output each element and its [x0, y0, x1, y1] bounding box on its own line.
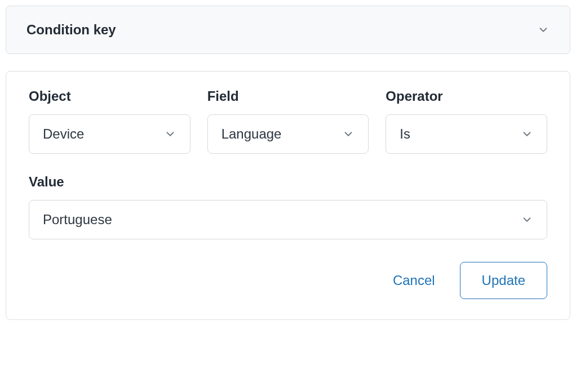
condition-key-accordion-header[interactable]: Condition key — [6, 6, 570, 54]
object-field-group: Object Device — [29, 88, 190, 154]
operator-label: Operator — [386, 88, 547, 104]
object-select[interactable]: Device — [29, 114, 190, 154]
field-field-group: Field Language — [207, 88, 369, 154]
cancel-button[interactable]: Cancel — [388, 262, 440, 299]
chevron-down-icon — [521, 213, 533, 226]
chevron-down-icon — [521, 128, 533, 140]
value-label: Value — [29, 174, 547, 190]
chevron-down-icon — [342, 128, 355, 140]
update-button[interactable]: Update — [460, 262, 547, 299]
chevron-down-icon — [164, 128, 176, 140]
field-select[interactable]: Language — [207, 114, 369, 154]
object-label: Object — [29, 88, 190, 104]
value-select-value: Portuguese — [43, 212, 112, 228]
operator-select-value: Is — [400, 126, 410, 142]
condition-editor-panel: Object Device Field Language — [6, 71, 570, 320]
object-select-value: Device — [43, 126, 84, 142]
field-label: Field — [207, 88, 369, 104]
value-field-group: Value Portuguese — [29, 174, 547, 239]
operator-select[interactable]: Is — [386, 114, 547, 154]
operator-field-group: Operator Is — [386, 88, 547, 154]
value-select[interactable]: Portuguese — [29, 200, 547, 239]
field-select-value: Language — [221, 126, 282, 142]
accordion-title: Condition key — [26, 22, 116, 38]
chevron-down-icon — [537, 24, 550, 36]
actions-row: Cancel Update — [29, 262, 547, 299]
